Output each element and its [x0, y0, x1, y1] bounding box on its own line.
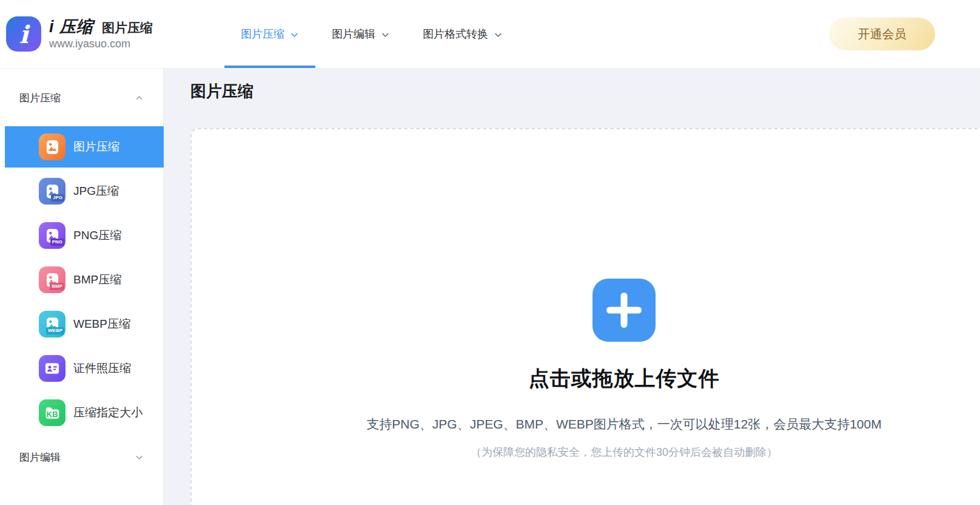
sidebar-item-id-photo-compress[interactable]: 证件照压缩 — [5, 348, 164, 389]
nav-tab-format-convert[interactable]: 图片格式转换 — [406, 0, 519, 68]
sidebar-item-label: 证件照压缩 — [73, 361, 131, 376]
id-photo-compress-icon — [39, 355, 65, 382]
format-badge: PNG — [50, 239, 64, 246]
top-header: i i 压缩 图片压缩 www.iyasuo.com 图片压缩 图片编辑 图片格… — [0, 0, 980, 69]
brand-title: i 压缩 — [49, 18, 93, 36]
target-size-compress-icon: KB — [39, 399, 65, 426]
nav-tab-label: 图片编辑 — [332, 27, 375, 41]
chevron-down-icon — [135, 453, 144, 462]
content-area: 图片压缩 图片压缩 JPG JPG压缩 PNG — [0, 69, 980, 505]
sidebar-item-label: 图片压缩 — [73, 139, 119, 155]
jpg-compress-icon: JPG — [39, 178, 65, 205]
sidebar-item-label: WEBP压缩 — [73, 316, 130, 332]
sidebar-section-image-compress[interactable]: 图片压缩 — [0, 91, 163, 104]
kb-badge: KB — [47, 410, 58, 418]
chevron-down-icon — [290, 30, 299, 39]
format-badge: JPG — [51, 194, 64, 202]
sidebar-item-label: BMP压缩 — [73, 272, 121, 288]
sidebar-item-bmp-compress[interactable]: BMP BMP压缩 — [5, 259, 164, 300]
bmp-compress-icon: BMP — [39, 266, 65, 293]
brand-logo-icon: i — [6, 16, 41, 52]
logo-text: i 压缩 图片压缩 www.iyasuo.com — [49, 18, 153, 50]
nav-tab-label: 图片压缩 — [241, 27, 284, 41]
format-badge: BMP — [50, 283, 64, 290]
image-compress-icon — [39, 134, 65, 160]
section-label: 图片压缩 — [19, 91, 61, 105]
sidebar-item-image-compress[interactable]: 图片压缩 — [5, 126, 164, 168]
site-logo[interactable]: i i 压缩 图片压缩 www.iyasuo.com — [6, 16, 188, 52]
brand-url: www.iyasuo.com — [49, 38, 153, 50]
upload-heading: 点击或拖放上传文件 — [529, 365, 720, 393]
chevron-up-icon — [135, 93, 144, 103]
brand-subtitle: 图片压缩 — [102, 21, 153, 35]
format-badge: WEBP — [46, 327, 64, 334]
upload-plus-button[interactable] — [592, 279, 656, 342]
png-compress-icon: PNG — [39, 222, 65, 249]
sidebar-item-png-compress[interactable]: PNG PNG压缩 — [5, 215, 164, 256]
sidebar-item-list: 图片压缩 JPG JPG压缩 PNG PNG压缩 BMP — [0, 126, 163, 433]
upload-dropzone[interactable]: 点击或拖放上传文件 支持PNG、JPG、JPEG、BMP、WEBP图片格式，一次… — [190, 128, 980, 505]
main-nav: 图片压缩 图片编辑 图片格式转换 — [224, 0, 519, 68]
sidebar-item-label: PNG压缩 — [73, 228, 121, 243]
main-panel: 图片压缩 点击或拖放上传文件 支持PNG、JPG、JPEG、BMP、WEBP图片… — [164, 69, 980, 505]
sidebar-item-jpg-compress[interactable]: JPG JPG压缩 — [5, 171, 164, 212]
sidebar-item-target-size-compress[interactable]: KB 压缩指定大小 — [5, 392, 164, 433]
upload-privacy-text: （为保障您的隐私安全，您上传的文件30分钟后会被自动删除） — [471, 445, 777, 459]
sidebar: 图片压缩 图片压缩 JPG JPG压缩 PNG — [0, 69, 164, 505]
nav-tab-image-compress[interactable]: 图片压缩 — [224, 0, 315, 68]
sidebar-item-label: JPG压缩 — [73, 183, 119, 199]
nav-tab-label: 图片格式转换 — [423, 27, 488, 41]
page-title: 图片压缩 — [190, 81, 980, 101]
chevron-down-icon — [381, 30, 390, 39]
chevron-down-icon — [494, 30, 503, 39]
open-membership-button[interactable]: 开通会员 — [829, 18, 935, 50]
webp-compress-icon: WEBP — [39, 311, 65, 337]
sidebar-section-image-edit[interactable]: 图片编辑 — [0, 450, 163, 464]
sidebar-item-webp-compress[interactable]: WEBP WEBP压缩 — [5, 303, 164, 345]
nav-tab-image-edit[interactable]: 图片编辑 — [315, 0, 406, 68]
upload-support-text: 支持PNG、JPG、JPEG、BMP、WEBP图片格式，一次可以处理12张，会员… — [366, 416, 881, 433]
upload-inner: 点击或拖放上传文件 支持PNG、JPG、JPEG、BMP、WEBP图片格式，一次… — [192, 129, 980, 459]
section-label: 图片编辑 — [19, 450, 61, 464]
sidebar-item-label: 压缩指定大小 — [73, 405, 143, 421]
